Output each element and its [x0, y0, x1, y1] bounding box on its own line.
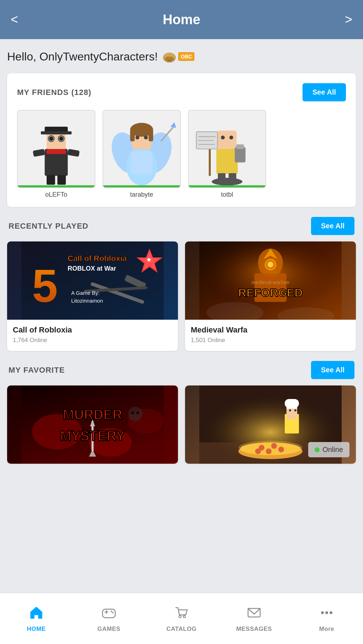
svg-point-12 — [59, 137, 63, 140]
game-online-cor: 1,764 Online — [13, 337, 172, 344]
svg-text:MYSTERY: MYSTERY — [60, 429, 125, 443]
svg-text:ROBLOX at War: ROBLOX at War — [68, 265, 116, 272]
svg-text:medieval warfare: medieval warfare — [252, 280, 290, 285]
home-icon — [28, 605, 44, 623]
my-favorite-section: MY FAVORITE See All — [7, 361, 356, 464]
recently-played-title: RECENTLY PLAYED — [9, 222, 88, 231]
svg-point-81 — [131, 411, 134, 414]
svg-point-111 — [325, 611, 328, 614]
messages-icon — [246, 605, 262, 623]
friends-header: MY FRIENDS (128) See All — [17, 83, 346, 101]
online-bar-totbl — [189, 185, 265, 187]
online-bar-olefto — [18, 185, 95, 187]
svg-rect-3 — [167, 60, 172, 62]
nav-item-more[interactable]: More — [290, 593, 363, 644]
recently-played-see-all-button[interactable]: See All — [311, 217, 354, 235]
cor-thumb-svg: 5 Call of Robloxia ROBLOX at War A Game … — [7, 241, 178, 320]
game-online-mw: 1,501 Online — [191, 337, 350, 344]
friend-card-totbl[interactable]: totbl — [188, 110, 266, 198]
game-card-pizza[interactable]: Online — [185, 385, 356, 464]
game-info-mw: Medieval Warfa 1,501 Online — [185, 320, 356, 351]
svg-rect-94 — [286, 407, 297, 419]
recently-played-section: RECENTLY PLAYED See All — [7, 217, 356, 351]
nav-label-games: GAMES — [98, 626, 121, 633]
catalog-icon — [174, 605, 189, 623]
nav-item-messages[interactable]: MESSAGES — [218, 593, 290, 644]
svg-point-104 — [112, 612, 114, 613]
my-favorite-title: MY FAVORITE — [9, 366, 65, 375]
mw-thumb-svg: REFORGED medieval warfare — [185, 241, 356, 320]
main-content: Hello, OnlyTwentyCharacters! OBC MY FRIE… — [0, 39, 363, 541]
greeting-text: Hello, OnlyTwentyCharacters! — [7, 50, 158, 63]
svg-point-29 — [144, 135, 148, 139]
friends-see-all-button[interactable]: See All — [302, 83, 346, 101]
svg-text:REFORGED: REFORGED — [238, 286, 302, 299]
svg-point-80 — [128, 407, 142, 421]
svg-rect-7 — [47, 148, 66, 154]
game-thumb-mm: MURDER MYSTERY — [7, 385, 178, 464]
header: < Home > — [0, 0, 363, 39]
svg-rect-14 — [57, 175, 66, 185]
friend-card-olefto[interactable]: oLEFTo — [17, 110, 95, 198]
svg-text:MURDER: MURDER — [63, 407, 122, 422]
svg-rect-34 — [217, 131, 237, 149]
svg-rect-35 — [235, 147, 246, 163]
my-favorite-see-all-button[interactable]: See All — [311, 361, 354, 379]
game-title-mw: Medieval Warfa — [191, 325, 350, 335]
svg-point-28 — [136, 135, 140, 139]
friend-name-olefto: oLEFTo — [17, 191, 95, 198]
games-icon — [101, 605, 117, 623]
friend-card-tarabyte[interactable]: tarabyte — [102, 110, 181, 198]
online-status-text: Online — [322, 446, 343, 454]
helmet-icon — [162, 50, 177, 63]
svg-point-105 — [112, 611, 114, 612]
game-thumb-mw: REFORGED medieval warfare — [185, 241, 356, 320]
friend-figure-totbl — [189, 111, 265, 187]
svg-rect-36 — [236, 144, 244, 149]
svg-point-107 — [179, 616, 181, 618]
svg-point-103 — [111, 611, 112, 612]
nav-label-home: HOME — [27, 626, 46, 633]
obc-badge: OBC — [162, 50, 194, 63]
greeting: Hello, OnlyTwentyCharacters! OBC — [7, 50, 356, 63]
game-card-mm[interactable]: MURDER MYSTERY — [7, 385, 178, 464]
friend-avatar-olefto — [17, 110, 95, 188]
svg-point-11 — [49, 137, 53, 140]
friend-avatar-totbl — [188, 110, 266, 188]
mm-thumb-svg: MURDER MYSTERY — [7, 385, 178, 464]
forward-button[interactable]: > — [345, 13, 352, 26]
recently-played-grid: 5 Call of Robloxia ROBLOX at War A Game … — [7, 241, 356, 351]
svg-point-108 — [183, 616, 185, 618]
back-button[interactable]: < — [11, 13, 18, 26]
my-favorite-grid: MURDER MYSTERY — [7, 385, 356, 464]
nav-item-home[interactable]: HOME — [0, 593, 73, 644]
friends-grid: oLEFTo — [17, 110, 346, 198]
svg-text:A Game By:: A Game By: — [71, 290, 100, 296]
nav-item-games[interactable]: GAMES — [73, 593, 145, 644]
game-info-cor: Call of Robloxia 1,764 Online — [7, 320, 178, 351]
svg-point-66 — [268, 262, 273, 267]
svg-point-98 — [294, 409, 296, 411]
game-card-cor[interactable]: 5 Call of Robloxia ROBLOX at War A Game … — [7, 241, 178, 351]
game-card-mw[interactable]: REFORGED medieval warfare Medieval Warfa… — [185, 241, 356, 351]
svg-point-45 — [221, 135, 225, 139]
more-icon — [319, 605, 335, 623]
svg-rect-100 — [102, 609, 115, 618]
svg-rect-96 — [286, 406, 297, 409]
nav-label-more: More — [319, 626, 335, 633]
svg-rect-4 — [166, 57, 173, 58]
svg-text:Litozinnamon: Litozinnamon — [71, 298, 103, 304]
friend-figure-olefto — [18, 111, 95, 187]
friend-name-tarabyte: tarabyte — [102, 191, 181, 198]
svg-point-44 — [212, 178, 242, 186]
online-status-badge: Online — [308, 442, 349, 457]
svg-point-82 — [136, 411, 139, 414]
svg-text:5: 5 — [32, 260, 58, 312]
svg-rect-13 — [47, 175, 55, 185]
svg-point-106 — [111, 612, 112, 613]
svg-rect-27 — [148, 130, 153, 141]
nav-item-catalog[interactable]: CATALOG — [145, 593, 218, 644]
nav-label-catalog: CATALOG — [166, 626, 196, 633]
recently-played-header: RECENTLY PLAYED See All — [7, 217, 356, 235]
game-thumb-cor: 5 Call of Robloxia ROBLOX at War A Game … — [7, 241, 178, 320]
